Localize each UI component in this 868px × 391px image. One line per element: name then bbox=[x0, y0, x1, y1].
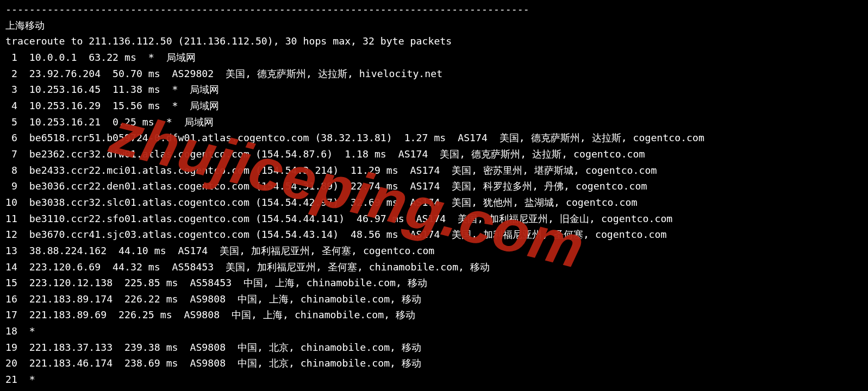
traceroute-row: 7 be2362.ccr32.dfw01.atlas.cogentco.com … bbox=[5, 146, 863, 162]
traceroute-row: 20 221.183.46.174 238.69 ms AS9808 中国, 北… bbox=[5, 355, 863, 371]
hop-number: 2 bbox=[5, 68, 17, 79]
hop-number: 4 bbox=[5, 100, 17, 111]
hop-body: 23.92.76.204 50.70 ms AS29802 美国, 德克萨斯州,… bbox=[29, 68, 442, 79]
hop-number: 16 bbox=[5, 293, 17, 305]
hop-body: 10.0.0.1 63.22 ms * 局域网 bbox=[29, 52, 196, 63]
hop-body: 223.120.12.138 225.85 ms AS58453 中国, 上海,… bbox=[29, 277, 427, 288]
hop-number: 6 bbox=[5, 132, 17, 143]
hop-body: be2362.ccr32.dfw01.atlas.cogentco.com (1… bbox=[29, 148, 645, 160]
hop-body: be3110.ccr22.sfo01.atlas.cogentco.com (1… bbox=[29, 213, 672, 224]
traceroute-row: 13 38.88.224.162 44.10 ms AS174 美国, 加利福尼… bbox=[5, 243, 863, 259]
traceroute-row: 8 be2433.ccr22.mci01.atlas.cogentco.com … bbox=[5, 162, 863, 179]
hop-number: 15 bbox=[5, 277, 17, 288]
traceroute-row: 9 be3036.ccr22.den01.atlas.cogentco.com … bbox=[5, 178, 863, 194]
terminal-output: ----------------------------------------… bbox=[0, 0, 868, 391]
hop-number: 8 bbox=[5, 165, 17, 176]
hop-body: be3036.ccr22.den01.atlas.cogentco.com (1… bbox=[29, 180, 647, 192]
hop-body: 10.253.16.29 15.56 ms * 局域网 bbox=[29, 100, 220, 111]
hop-body: 221.183.89.174 226.22 ms AS9808 中国, 上海, … bbox=[29, 293, 421, 305]
hop-body: 10.253.16.21 0.25 ms * 局域网 bbox=[29, 116, 214, 128]
hop-number: 10 bbox=[5, 197, 17, 208]
hop-number: 13 bbox=[5, 245, 17, 256]
traceroute-row: 18 * bbox=[5, 323, 863, 339]
traceroute-row: 15 223.120.12.138 225.85 ms AS58453 中国, … bbox=[5, 275, 863, 291]
hop-body: be3038.ccr32.slc01.atlas.cogentco.com (1… bbox=[29, 197, 638, 208]
traceroute-row: 22 dns1.sh.cnmobile.net (211.136.112.50)… bbox=[5, 388, 863, 391]
hop-number: 14 bbox=[5, 261, 17, 273]
command-line: traceroute to 211.136.112.50 (211.136.11… bbox=[5, 33, 863, 49]
hop-number: 17 bbox=[5, 309, 17, 320]
hop-number: 18 bbox=[5, 325, 17, 337]
hop-number: 21 bbox=[5, 374, 17, 385]
traceroute-row: 19 221.183.37.133 239.38 ms AS9808 中国, 北… bbox=[5, 339, 863, 356]
hop-body: 38.88.224.162 44.10 ms AS174 美国, 加利福尼亚州,… bbox=[29, 245, 435, 256]
hop-number: 5 bbox=[5, 116, 17, 128]
hop-number: 1 bbox=[5, 52, 17, 63]
hop-body: 221.183.46.174 238.69 ms AS9808 中国, 北京, … bbox=[29, 357, 421, 369]
block-title: 上海移动 bbox=[5, 17, 863, 34]
hop-number: 12 bbox=[5, 229, 17, 240]
traceroute-row: 5 10.253.16.21 0.25 ms * 局域网 bbox=[5, 114, 863, 130]
traceroute-row: 6 be6518.rcr51.b059724-0.dfw01.atlas.cog… bbox=[5, 130, 863, 146]
traceroute-row: 3 10.253.16.45 11.38 ms * 局域网 bbox=[5, 81, 863, 98]
traceroute-row: 14 223.120.6.69 44.32 ms AS58453 美国, 加利福… bbox=[5, 259, 863, 275]
traceroute-row: 4 10.253.16.29 15.56 ms * 局域网 bbox=[5, 98, 863, 114]
traceroute-row: 12 be3670.ccr41.sjc03.atlas.cogentco.com… bbox=[5, 226, 863, 243]
traceroute-row: 10 be3038.ccr32.slc01.atlas.cogentco.com… bbox=[5, 194, 863, 211]
hop-body: be3670.ccr41.sjc03.atlas.cogentco.com (1… bbox=[29, 229, 667, 240]
hop-number: 9 bbox=[5, 180, 17, 192]
hop-body: * bbox=[29, 325, 35, 337]
separator-line: ----------------------------------------… bbox=[5, 1, 863, 17]
hop-body: be2433.ccr22.mci01.atlas.cogentco.com (1… bbox=[29, 165, 657, 176]
hop-number: 3 bbox=[5, 84, 17, 95]
traceroute-row: 11 be3110.ccr22.sfo01.atlas.cogentco.com… bbox=[5, 211, 863, 227]
traceroute-row: 21 * bbox=[5, 371, 863, 388]
hop-body: 221.183.37.133 239.38 ms AS9808 中国, 北京, … bbox=[29, 342, 421, 353]
hop-number: 7 bbox=[5, 148, 17, 160]
traceroute-row: 17 221.183.89.69 226.25 ms AS9808 中国, 上海… bbox=[5, 307, 863, 323]
hop-body: 10.253.16.45 11.38 ms * 局域网 bbox=[29, 84, 220, 95]
hop-number: 19 bbox=[5, 342, 17, 353]
hop-number: 11 bbox=[5, 213, 17, 224]
traceroute-row: 16 221.183.89.174 226.22 ms AS9808 中国, 上… bbox=[5, 291, 863, 307]
hop-number: 20 bbox=[5, 357, 17, 369]
hop-body: * bbox=[29, 374, 35, 385]
traceroute-row: 1 10.0.0.1 63.22 ms * 局域网 bbox=[5, 49, 863, 66]
hop-body: 223.120.6.69 44.32 ms AS58453 美国, 加利福尼亚州… bbox=[29, 261, 490, 273]
hop-body: be6518.rcr51.b059724-0.dfw01.atlas.cogen… bbox=[29, 132, 704, 143]
hop-body: 221.183.89.69 226.25 ms AS9808 中国, 上海, c… bbox=[29, 309, 415, 320]
traceroute-row: 2 23.92.76.204 50.70 ms AS29802 美国, 德克萨斯… bbox=[5, 66, 863, 82]
